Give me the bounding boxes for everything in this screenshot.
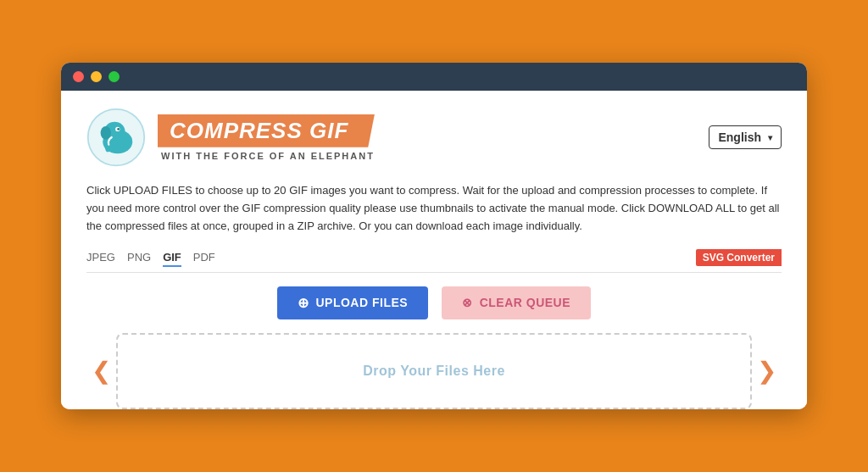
drop-zone-wrapper: ❮ Drop Your Files Here ❯ [86, 333, 782, 409]
brand-title: COMPRESS GIF [158, 114, 375, 147]
clear-queue-button[interactable]: ⊗ CLEAR QUEUE [442, 286, 591, 319]
clear-icon: ⊗ [462, 296, 473, 309]
drop-zone[interactable]: Drop Your Files Here [116, 333, 752, 409]
chevron-down-icon: ▾ [768, 133, 772, 142]
maximize-button[interactable] [108, 71, 120, 82]
tab-png[interactable]: PNG [127, 249, 151, 267]
upload-files-button[interactable]: ⊕ UPLOAD FILES [277, 286, 428, 319]
brand-text: COMPRESS GIF WITH THE FORCE OF AN ELEPHA… [158, 114, 375, 161]
svg-point-5 [117, 128, 120, 130]
button-row: ⊕ UPLOAD FILES ⊗ CLEAR QUEUE [277, 286, 591, 319]
elephant-logo [86, 108, 146, 167]
left-arrow-button[interactable]: ❮ [86, 357, 116, 385]
svg-point-3 [101, 126, 111, 140]
header-row: COMPRESS GIF WITH THE FORCE OF AN ELEPHA… [86, 108, 782, 167]
drop-zone-text: Drop Your Files Here [363, 364, 505, 379]
format-tabs-left: JPEG PNG GIF PDF [86, 249, 215, 267]
tab-jpeg[interactable]: JPEG [86, 249, 115, 267]
close-button[interactable] [73, 71, 84, 82]
brand-subtitle: WITH THE FORCE OF AN ELEPHANT [161, 151, 375, 161]
logo-area: COMPRESS GIF WITH THE FORCE OF AN ELEPHA… [86, 108, 375, 167]
minimize-button[interactable] [91, 71, 102, 82]
language-label: English [718, 130, 761, 144]
upload-icon: ⊕ [298, 295, 309, 311]
right-arrow-button[interactable]: ❯ [752, 357, 782, 385]
language-selector[interactable]: English ▾ [709, 125, 782, 149]
description-text: Click UPLOAD FILES to choose up to 20 GI… [86, 182, 782, 235]
browser-titlebar [61, 63, 807, 91]
tab-pdf[interactable]: PDF [193, 249, 215, 267]
svg-converter-badge[interactable]: SVG Converter [696, 249, 782, 266]
tab-gif[interactable]: GIF [163, 249, 181, 267]
page-content: COMPRESS GIF WITH THE FORCE OF AN ELEPHA… [61, 91, 807, 408]
browser-window: COMPRESS GIF WITH THE FORCE OF AN ELEPHA… [61, 63, 807, 408]
format-tabs: JPEG PNG GIF PDF SVG Converter [86, 249, 782, 273]
upload-area: ⊕ UPLOAD FILES ⊗ CLEAR QUEUE ❮ Drop Your… [86, 273, 782, 409]
